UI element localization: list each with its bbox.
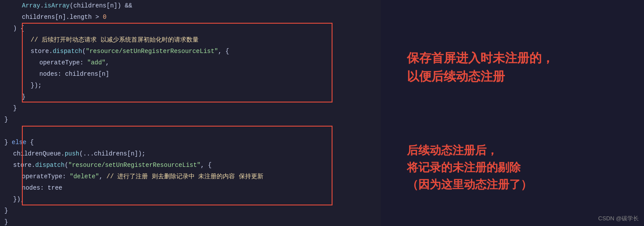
annotation-panel: 保存首屏进入时未注册的， 以便后续动态注册 后续动态注册后， 将记录的未注册的剔… (381, 0, 644, 226)
code-line: } (0, 205, 381, 216)
code-line: }); (0, 194, 381, 205)
code-line: nodes: childrens[n] (0, 68, 381, 80)
code-line: operateType: "delete", // 进行了注册 则去删除记录中 … (0, 171, 381, 182)
annotation-bottom: 后续动态注册后， 将记录的未注册的剔除 （因为这里动态注册了） (407, 117, 631, 217)
annotation-top-text: 保存首屏进入时未注册的， 以便后续动态注册 (407, 49, 554, 86)
code-line: childrens[n].length > 0 (0, 11, 381, 23)
annotation-top: 保存首屏进入时未注册的， 以便后续动态注册 (407, 9, 631, 117)
code-line: Array.isArray(childrens[n]) && (0, 0, 381, 11)
code-line: operateType: "add", (0, 57, 381, 68)
code-line: childrenQueue.push(...childrens[n]); (0, 148, 381, 159)
code-line: } (0, 114, 381, 125)
code-line: store.dispatch("resource/setUnRegisterRe… (0, 159, 381, 171)
code-line: } (0, 91, 381, 102)
code-panel: Array.isArray(childrens[n]) && childrens… (0, 0, 381, 226)
code-line: store.dispatch("resource/setUnRegisterRe… (0, 46, 381, 57)
code-line (0, 125, 381, 137)
annotation-bottom-text: 后续动态注册后， 将记录的未注册的剔除 （因为这里动态注册了） (407, 142, 532, 193)
watermark: CSDN @碳学长 (598, 215, 639, 222)
code-line: // 后续打开时动态请求 以减少系统首屏初始化时的请求数量 (0, 34, 381, 46)
code-line: } (0, 216, 381, 226)
code-line: }); (0, 80, 381, 91)
code-line: nodes: tree (0, 182, 381, 194)
code-line: } (0, 102, 381, 114)
code-line: ) { (0, 23, 381, 34)
code-line: } else { (0, 137, 381, 148)
code-content: Array.isArray(childrens[n]) && childrens… (0, 0, 381, 226)
